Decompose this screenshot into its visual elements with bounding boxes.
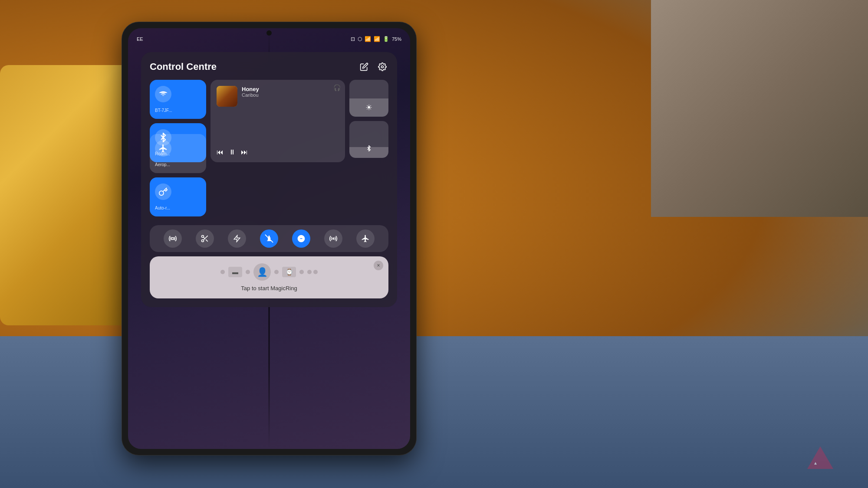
headphone-icon: 🎧 bbox=[333, 84, 341, 91]
autorotate-tile-icon bbox=[155, 183, 171, 200]
screenrecord-tile[interactable] bbox=[196, 229, 214, 248]
svg-point-0 bbox=[381, 66, 384, 68]
device-dot-5 bbox=[307, 270, 312, 274]
album-art bbox=[217, 86, 237, 107]
media-artist: Caribou bbox=[242, 92, 339, 98]
airplane-tile-label: Aerop... bbox=[155, 162, 170, 167]
device-tablet-icon: ▬ bbox=[228, 267, 242, 277]
bottom-tiles-row bbox=[150, 225, 388, 252]
control-centre-header: Control Centre bbox=[150, 61, 388, 73]
bluetooth-slider-icon bbox=[366, 144, 372, 154]
svg-marker-7 bbox=[234, 236, 240, 242]
broadcast-tile[interactable] bbox=[324, 229, 342, 248]
svg-line-6 bbox=[204, 237, 205, 239]
wifi-tile-icon bbox=[155, 86, 171, 102]
bluetooth-slider-tile[interactable] bbox=[349, 121, 388, 158]
status-right-icons: ⊡ ⬡ 📶 📶 🔋 75% bbox=[351, 36, 401, 42]
wooden-box-decoration bbox=[0, 65, 139, 325]
media-prev-button[interactable]: ⏮ bbox=[217, 148, 224, 156]
autorotate-tile-label: Auto-r... bbox=[155, 206, 170, 210]
svg-point-2 bbox=[202, 236, 204, 238]
slider-column: ☀ bbox=[349, 80, 388, 158]
bluetooth-status-icon: ⬡ bbox=[358, 36, 362, 42]
phone-device: EE ⊡ ⬡ 📶 📶 🔋 75% Control Centre bbox=[122, 22, 417, 455]
device-dot-2 bbox=[246, 270, 250, 274]
carrier-label: EE bbox=[137, 36, 143, 42]
device-phone-icon[interactable]: 👤 bbox=[253, 263, 271, 281]
wifi-tile-label: BT-7JF... bbox=[155, 108, 172, 113]
background-right bbox=[651, 0, 868, 217]
airplane-tile-icon bbox=[155, 140, 171, 157]
airplane-small-tile[interactable] bbox=[356, 229, 375, 248]
autorotate-tile[interactable]: Auto-r... bbox=[150, 177, 206, 216]
device-watch-icon: ⌚ bbox=[282, 267, 296, 277]
wifi-tile[interactable]: BT-7JF... bbox=[150, 80, 206, 119]
hotspot-tile[interactable] bbox=[164, 229, 182, 248]
battery-label: 75% bbox=[392, 36, 401, 42]
media-next-button[interactable]: ⏭ bbox=[241, 148, 248, 156]
magic-ring-label[interactable]: Tap to start MagicRing bbox=[158, 285, 380, 291]
airplane-tile[interactable]: Aerop... bbox=[150, 134, 206, 173]
battery-icon: 🔋 bbox=[383, 36, 389, 42]
device-dot-4 bbox=[299, 270, 304, 274]
device-dot-1 bbox=[220, 270, 225, 274]
phone-screen: EE ⊡ ⬡ 📶 📶 🔋 75% Control Centre bbox=[128, 28, 410, 449]
magic-ring-close-button[interactable]: × bbox=[374, 261, 383, 270]
media-play-pause-button[interactable]: ⏸ bbox=[229, 148, 236, 156]
control-centre-title: Control Centre bbox=[150, 61, 217, 72]
svg-point-1 bbox=[172, 238, 174, 240]
flashlight-tile[interactable] bbox=[228, 229, 246, 248]
device-more-icons bbox=[307, 270, 318, 274]
silent-tile[interactable] bbox=[260, 229, 278, 248]
media-controls: ⏮ ⏸ ⏭ bbox=[217, 148, 339, 156]
brightness-slider-tile[interactable]: ☀ bbox=[349, 80, 388, 117]
magic-ring-panel: × ▬ 👤 ⌚ bbox=[150, 256, 388, 298]
brightness-icon: ☀ bbox=[365, 103, 372, 112]
sd-icon: ⊡ bbox=[351, 36, 355, 42]
media-title: Honey bbox=[242, 86, 339, 92]
media-player-tile: 🎧 Honey Caribou ⏮ ⏸ bbox=[210, 80, 345, 162]
media-info: Honey Caribou bbox=[242, 86, 339, 98]
svg-line-5 bbox=[206, 239, 208, 242]
signal-status-icon: 📶 bbox=[374, 36, 380, 42]
header-action-icons bbox=[358, 61, 388, 73]
svg-point-9 bbox=[332, 238, 334, 239]
device-dot-3 bbox=[274, 270, 279, 274]
dnd-tile[interactable] bbox=[292, 229, 310, 248]
svg-marker-10 bbox=[807, 446, 833, 469]
settings-icon[interactable] bbox=[376, 61, 388, 73]
wifi-status-icon: 📶 bbox=[365, 36, 371, 42]
phone-body: EE ⊡ ⬡ 📶 📶 🔋 75% Control Centre bbox=[122, 22, 417, 455]
svg-text:▲: ▲ bbox=[813, 461, 818, 465]
watermark: ▲ bbox=[807, 446, 833, 471]
magic-ring-devices: ▬ 👤 ⌚ bbox=[158, 263, 380, 281]
control-centre-panel: Control Centre bbox=[141, 52, 397, 307]
edit-icon[interactable] bbox=[358, 61, 370, 73]
svg-point-3 bbox=[202, 240, 204, 242]
device-dot-6 bbox=[313, 270, 318, 274]
camera-notch bbox=[266, 30, 272, 36]
